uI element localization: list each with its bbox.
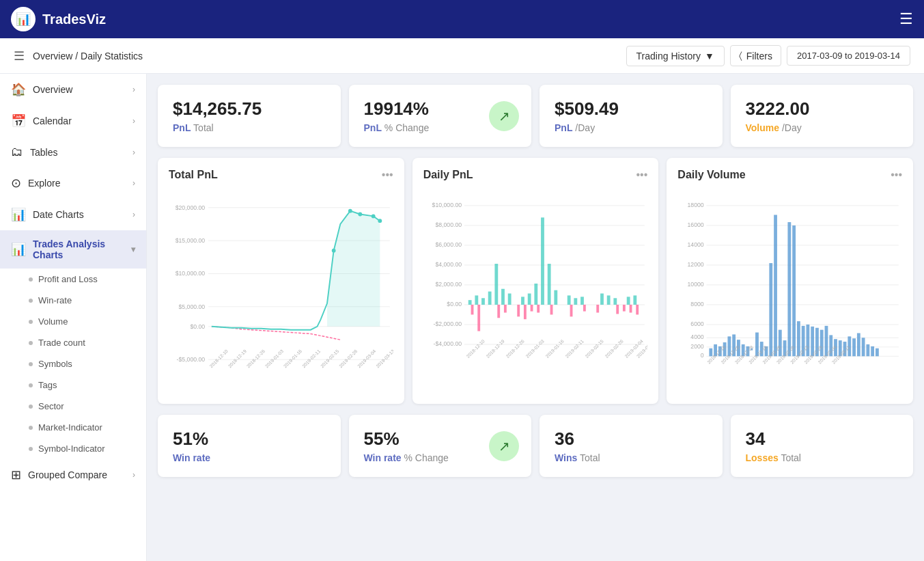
- calendar-icon: 📅: [11, 113, 26, 128]
- sidebar-item-explore[interactable]: ⊙ Explore ›: [0, 167, 146, 199]
- sidebar-sub-trade-count[interactable]: Trade count: [0, 332, 146, 353]
- sidebar-label-date-charts: Date Charts: [33, 209, 84, 220]
- filter-icon: 〈: [739, 50, 742, 61]
- svg-point-13: [332, 249, 336, 253]
- svg-rect-48: [494, 264, 498, 305]
- filters-button[interactable]: 〈 Filters: [730, 45, 781, 66]
- trading-history-label: Trading History: [636, 51, 701, 61]
- svg-text:$10,000.00: $10,000.00: [176, 270, 206, 277]
- sidebar-item-trades-analysis[interactable]: 📊 Trades Analysis Charts ▾: [0, 230, 146, 269]
- sidebar-sub-symbols[interactable]: Symbols: [0, 353, 146, 374]
- sidebar-sub-market-indicator[interactable]: Market-Indicator: [0, 417, 146, 438]
- losses-label: Losses: [746, 452, 779, 463]
- chart-card-daily-pnl: Daily PnL ••• $10,000.00 $8,000.00 $6,00…: [412, 158, 659, 404]
- sidebar-sub-profit-loss[interactable]: Profit and Loss: [0, 269, 146, 290]
- svg-rect-65: [471, 305, 473, 315]
- app-name: TradesViz: [42, 12, 106, 27]
- svg-text:$8,000.00: $8,000.00: [435, 221, 462, 228]
- svg-rect-67: [497, 305, 500, 318]
- chevron-icon: ›: [132, 85, 135, 94]
- svg-rect-80: [636, 305, 639, 315]
- pnl-label: PnL: [173, 122, 191, 133]
- sidebar-item-date-charts[interactable]: 📊 Date Charts ›: [0, 199, 146, 230]
- volume-sublabel: /Day: [782, 122, 802, 133]
- svg-text:2018-12-26: 2018-12-26: [505, 338, 525, 359]
- stat-card-pnl-pct: 19914% PnL % Change ↗: [349, 85, 532, 147]
- svg-text:$15,000.00: $15,000.00: [176, 237, 206, 244]
- trend-up-icon: ↗: [489, 431, 519, 461]
- svg-rect-132: [807, 325, 810, 356]
- top-nav: 📊 TradesViz ☰: [0, 0, 924, 38]
- menu-icon[interactable]: ☰: [899, 10, 913, 28]
- explore-icon: ⊙: [11, 176, 21, 191]
- sidebar: 🏠 Overview › 📅 Calendar › 🗂 Tables › ⊙ E…: [0, 74, 147, 561]
- svg-rect-128: [788, 222, 792, 356]
- dot-icon: [29, 426, 33, 430]
- sidebar-sub-symbol-indicator[interactable]: Symbol-Indicator: [0, 438, 146, 459]
- main-content: $14,265.75 PnL Total 19914% PnL % Change…: [147, 74, 924, 561]
- svg-rect-147: [876, 348, 879, 357]
- pnl-total-label: PnL Total: [173, 122, 326, 133]
- pnl-label: PnL: [364, 122, 382, 133]
- svg-rect-53: [534, 284, 537, 305]
- sidebar-item-grouped-compare[interactable]: ⊞ Grouped Compare ›: [0, 459, 146, 491]
- chevron-icon: ›: [132, 178, 135, 188]
- sidebar-sub-volume[interactable]: Volume: [0, 311, 146, 332]
- svg-point-17: [378, 219, 382, 223]
- chart-header-total-pnl: Total PnL •••: [169, 169, 393, 181]
- svg-rect-135: [820, 330, 824, 357]
- sidebar-sub-tags[interactable]: Tags: [0, 374, 146, 396]
- sidebar-label-tables: Tables: [30, 147, 57, 158]
- losses-total-label: Losses Total: [746, 452, 899, 463]
- sidebar-sub-win-rate[interactable]: Win-rate: [0, 290, 146, 311]
- svg-text:2019-02-26: 2019-02-26: [338, 348, 359, 369]
- sidebar-item-tables[interactable]: 🗂 Tables ›: [0, 137, 146, 167]
- svg-text:$5,000.00: $5,000.00: [179, 303, 206, 310]
- date-range-button[interactable]: 2017-03-09 to 2019-03-14: [787, 46, 910, 66]
- sub-label-symbols: Symbols: [38, 359, 72, 369]
- sidebar-label-trades-analysis: Trades Analysis Charts: [33, 238, 124, 260]
- sidebar-item-calendar[interactable]: 📅 Calendar ›: [0, 105, 146, 137]
- win-rate-pct-sublabel: % Change: [404, 452, 449, 463]
- main-layout: 🏠 Overview › 📅 Calendar › 🗂 Tables › ⊙ E…: [0, 74, 924, 561]
- svg-text:18000: 18000: [688, 202, 704, 208]
- pnl-pct-sublabel: % Change: [384, 122, 429, 133]
- dot-icon: [29, 383, 33, 387]
- trading-history-button[interactable]: Trading History ▼: [626, 46, 725, 66]
- sidebar-label-calendar: Calendar: [33, 115, 72, 126]
- svg-text:8000: 8000: [691, 301, 704, 307]
- trend-up-icon: ↗: [489, 101, 519, 131]
- svg-text:0: 0: [701, 352, 704, 359]
- pnl-label: PnL: [555, 122, 572, 133]
- chevron-icon: ▾: [131, 245, 135, 254]
- svg-text:6000: 6000: [691, 320, 704, 327]
- stat-card-wins-total: 36 Wins Total: [540, 415, 723, 477]
- svg-rect-78: [623, 305, 626, 312]
- svg-text:2019-01-03: 2019-01-03: [264, 348, 285, 369]
- svg-rect-55: [547, 264, 550, 305]
- svg-text:14000: 14000: [688, 241, 704, 248]
- chart-menu-daily-volume[interactable]: •••: [891, 169, 902, 181]
- svg-rect-76: [596, 305, 599, 313]
- dot-icon: [29, 405, 33, 409]
- svg-marker-12: [327, 211, 380, 327]
- chart-card-total-pnl: Total PnL ••• $20,000.00 $15,000.00 $10,…: [158, 158, 404, 404]
- svg-rect-77: [616, 305, 619, 314]
- chart-header-daily-pnl: Daily PnL •••: [423, 169, 648, 181]
- sidebar-toggle-icon[interactable]: ☰: [14, 49, 25, 64]
- svg-text:2019-02-15: 2019-02-15: [584, 338, 604, 359]
- chart-header-daily-volume: Daily Volume •••: [677, 169, 902, 181]
- svg-rect-143: [857, 333, 860, 356]
- svg-point-15: [358, 213, 362, 217]
- svg-rect-129: [793, 225, 796, 356]
- chart-menu-total-pnl[interactable]: •••: [382, 169, 393, 181]
- sidebar-item-overview[interactable]: 🏠 Overview ›: [0, 74, 146, 105]
- sub-label-profit-loss: Profit and Loss: [38, 274, 98, 284]
- wins-label: Wins: [555, 452, 577, 463]
- pnl-day-value: $509.49: [555, 98, 708, 120]
- svg-text:$0.00: $0.00: [190, 323, 205, 330]
- sidebar-sub-sector[interactable]: Sector: [0, 396, 146, 417]
- svg-text:2019-03-13: 2019-03-13: [375, 348, 393, 369]
- chart-menu-daily-pnl[interactable]: •••: [636, 169, 648, 181]
- chevron-down-icon: ▼: [705, 51, 714, 61]
